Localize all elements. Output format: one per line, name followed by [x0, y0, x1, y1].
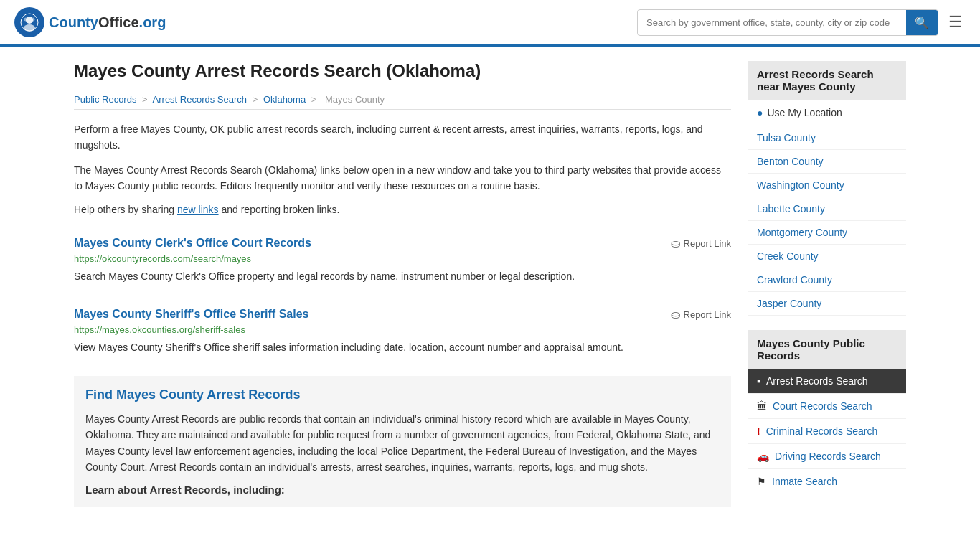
logo-icon	[14, 7, 44, 37]
breadcrumb-sep2: >	[253, 94, 258, 105]
public-records-item-2[interactable]: ! Criminal Records Search	[748, 419, 906, 444]
svg-point-2	[24, 24, 35, 32]
location-pin-icon: ●	[757, 107, 763, 118]
logo-text: CountyOffice.org	[49, 14, 166, 31]
report-link-0[interactable]: ⛀ Report Link	[671, 237, 731, 250]
intro3-suffix: and reporting broken links.	[219, 204, 340, 215]
record-url-0[interactable]: https://okcountyrecords.com/search/mayes	[74, 253, 731, 264]
svg-point-3	[24, 18, 28, 22]
find-title: Find Mayes County Arrest Records	[85, 387, 720, 402]
nearby-section: Arrest Records Search near Mayes County …	[748, 61, 906, 316]
record-header-0: Mayes County Clerk's Office Court Record…	[74, 237, 731, 250]
public-records-item-1[interactable]: 🏛 Court Records Search	[748, 394, 906, 419]
nearby-link-0[interactable]: Tulsa County	[748, 126, 906, 150]
nearby-link-4[interactable]: Montgomery County	[748, 221, 906, 245]
search-button[interactable]: 🔍	[906, 10, 938, 35]
breadcrumb-public-records[interactable]: Public Records	[74, 94, 136, 105]
intro3-prefix: Help others by sharing	[74, 204, 177, 215]
intro-paragraph-2: The Mayes County Arrest Records Search (…	[74, 162, 731, 194]
court-records-icon: 🏛	[757, 400, 767, 412]
public-records-item-0[interactable]: ▪ Arrest Records Search	[748, 369, 906, 394]
logo-suffix: .org	[139, 14, 166, 30]
record-entry-1: Mayes County Sheriff's Office Sheriff Sa…	[74, 296, 731, 361]
record-title-0[interactable]: Mayes County Clerk's Office Court Record…	[74, 237, 311, 250]
breadcrumb-sep3: >	[311, 94, 317, 105]
report-label-0: Report Link	[684, 238, 731, 249]
record-entry-0: Mayes County Clerk's Office Court Record…	[74, 225, 731, 290]
find-section: Find Mayes County Arrest Records Mayes C…	[74, 376, 731, 508]
record-desc-1: View Mayes County Sheriff's Office sheri…	[74, 339, 731, 355]
nearby-link-7[interactable]: Jasper County	[748, 292, 906, 316]
public-records-label-0: Arrest Records Search	[766, 375, 868, 387]
hamburger-menu-icon[interactable]: ☰	[946, 10, 966, 34]
record-desc-0: Search Mayes County Clerk's Office prope…	[74, 268, 731, 284]
report-icon-0: ⛀	[671, 237, 680, 250]
public-records-label-2[interactable]: Criminal Records Search	[766, 425, 878, 437]
use-location-label[interactable]: Use My Location	[767, 107, 842, 118]
public-records-item-3[interactable]: 🚗 Driving Records Search	[748, 444, 906, 469]
intro-paragraph-3: Help others by sharing new links and rep…	[74, 202, 731, 217]
nearby-link-2[interactable]: Washington County	[748, 174, 906, 197]
breadcrumb-arrest-records[interactable]: Arrest Records Search	[153, 94, 248, 105]
driving-records-icon: 🚗	[757, 451, 769, 462]
intro-paragraph-1: Perform a free Mayes County, OK public a…	[74, 121, 731, 154]
record-url-1[interactable]: https://mayes.okcounties.org/sheriff-sal…	[74, 324, 731, 335]
logo-brand: County	[49, 14, 98, 30]
public-records-label-3[interactable]: Driving Records Search	[775, 451, 881, 462]
search-bar[interactable]: 🔍	[637, 9, 938, 36]
header-right: 🔍 ☰	[637, 9, 966, 36]
record-title-1[interactable]: Mayes County Sheriff's Office Sheriff Sa…	[74, 308, 308, 321]
main-container: Mayes County Arrest Records Search (Okla…	[60, 47, 920, 523]
learn-title: Learn about Arrest Records, including:	[85, 484, 720, 496]
content-area: Mayes County Arrest Records Search (Okla…	[74, 61, 731, 509]
breadcrumb-oklahoma[interactable]: Oklahoma	[263, 94, 306, 105]
nearby-link-6[interactable]: Crawford County	[748, 268, 906, 292]
report-link-1[interactable]: ⛀ Report Link	[671, 308, 731, 321]
record-header-1: Mayes County Sheriff's Office Sheriff Sa…	[74, 308, 731, 321]
logo-office: Office	[98, 14, 139, 30]
nearby-link-3[interactable]: Labette County	[748, 197, 906, 221]
public-records-label-1[interactable]: Court Records Search	[773, 400, 872, 412]
public-records-section: Mayes County Public Records ▪ Arrest Rec…	[748, 330, 906, 494]
logo-area[interactable]: CountyOffice.org	[14, 7, 166, 37]
use-location-item[interactable]: ● Use My Location	[748, 100, 906, 126]
arrest-records-icon: ▪	[757, 375, 760, 387]
inmate-search-icon: ⚑	[757, 476, 766, 487]
page-title: Mayes County Arrest Records Search (Okla…	[74, 61, 731, 81]
breadcrumb-sep1: >	[142, 94, 148, 105]
public-records-title: Mayes County Public Records	[748, 330, 906, 369]
find-text: Mayes County Arrest Records are public r…	[85, 411, 720, 476]
sidebar: Arrest Records Search near Mayes County …	[748, 61, 906, 509]
report-icon-1: ⛀	[671, 308, 680, 321]
new-links-link[interactable]: new links	[177, 204, 219, 215]
nearby-title: Arrest Records Search near Mayes County	[748, 61, 906, 100]
page-header: CountyOffice.org 🔍 ☰	[0, 0, 980, 47]
breadcrumb-mayes-county: Mayes County	[325, 94, 385, 105]
svg-point-4	[32, 18, 35, 22]
search-input[interactable]	[638, 11, 906, 34]
public-records-label-4[interactable]: Inmate Search	[772, 476, 837, 487]
criminal-records-icon: !	[757, 425, 760, 437]
public-records-item-4[interactable]: ⚑ Inmate Search	[748, 469, 906, 494]
nearby-link-5[interactable]: Creek County	[748, 245, 906, 268]
nearby-link-1[interactable]: Benton County	[748, 150, 906, 174]
breadcrumb: Public Records > Arrest Records Search >…	[74, 90, 731, 110]
report-label-1: Report Link	[684, 309, 731, 320]
